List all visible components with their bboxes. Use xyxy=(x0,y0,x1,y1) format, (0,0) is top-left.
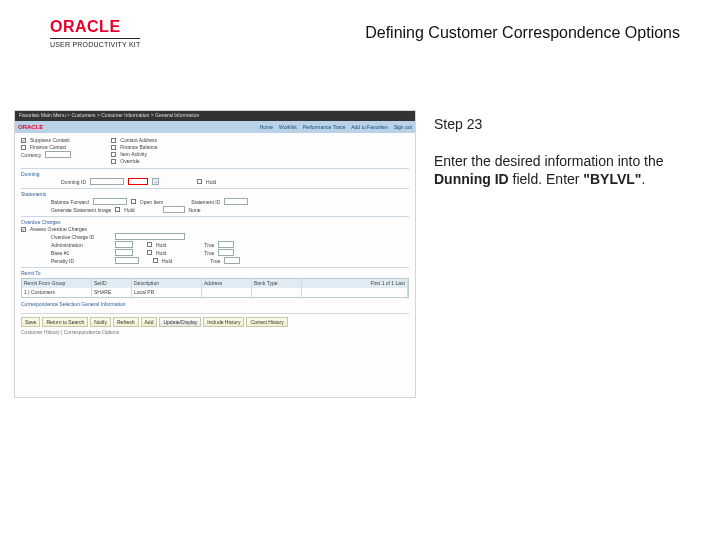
global-nav: ORACLE Home Worklist Performance Trace A… xyxy=(15,121,415,133)
nav-link[interactable]: Home xyxy=(260,124,273,130)
link-row[interactable]: Correspondence Selection General Informa… xyxy=(21,301,409,307)
text-input[interactable] xyxy=(115,249,133,256)
save-button[interactable]: Save xyxy=(21,317,40,327)
logo-subtext: USER PRODUCTIVITY KIT xyxy=(50,38,140,48)
text-input[interactable] xyxy=(163,206,185,213)
return-button[interactable]: Return to Search xyxy=(42,317,88,327)
update-display-button[interactable]: Update/Display xyxy=(159,317,201,327)
currency-input[interactable] xyxy=(45,151,71,158)
text-input[interactable] xyxy=(115,241,133,248)
checkbox[interactable] xyxy=(21,145,26,150)
nav-link[interactable]: Add to Favorites xyxy=(351,124,387,130)
lookup-icon[interactable]: ⌄ xyxy=(152,178,159,185)
checkbox[interactable] xyxy=(111,145,116,150)
add-button[interactable]: Add xyxy=(141,317,158,327)
refresh-button[interactable]: Refresh xyxy=(113,317,139,327)
step-label: Step 23 xyxy=(434,116,694,132)
nav-link[interactable]: Performance Trace xyxy=(303,124,346,130)
logo-text: ORACLE xyxy=(50,18,140,36)
page-title: Defining Customer Correspondence Options xyxy=(365,24,680,42)
checkbox[interactable] xyxy=(115,207,120,212)
text-input[interactable] xyxy=(224,198,248,205)
button-bar: Save Return to Search Notify Refresh Add… xyxy=(21,313,409,327)
dunning-id-select[interactable] xyxy=(90,178,124,185)
checkbox[interactable] xyxy=(21,227,26,232)
currency-row: Currency xyxy=(21,151,71,158)
checkbox[interactable] xyxy=(21,138,26,143)
select-input[interactable] xyxy=(115,233,185,240)
app-screenshot: Favorites Main Menu > Customers > Custom… xyxy=(14,110,416,398)
checkbox-row: Finance Contact xyxy=(21,144,71,150)
text-input[interactable] xyxy=(218,241,234,248)
text-input[interactable] xyxy=(115,257,139,264)
remit-table: Remit From Group SetID Description Addre… xyxy=(21,278,409,298)
dunning-id-label: Dunning ID xyxy=(61,179,86,185)
oracle-logo: ORACLE USER PRODUCTIVITY KIT xyxy=(50,18,140,48)
footer-links[interactable]: Customer History | Correspondence Option… xyxy=(21,329,409,335)
section-dunning: Dunning xyxy=(21,168,409,177)
instruction-text: Enter the desired information into the D… xyxy=(434,152,694,188)
checkbox[interactable] xyxy=(111,152,116,157)
section-statements: Statements xyxy=(21,188,409,197)
notify-button[interactable]: Notify xyxy=(90,317,111,327)
nav-link[interactable]: Sign out xyxy=(394,124,412,130)
correct-history-button[interactable]: Correct History xyxy=(246,317,287,327)
app-brand: ORACLE xyxy=(18,124,43,130)
section-overdue: Overdue Charges xyxy=(21,216,409,225)
checkbox[interactable] xyxy=(131,199,136,204)
nav-link[interactable]: Worklist xyxy=(279,124,297,130)
text-input[interactable] xyxy=(218,249,234,256)
include-history-button[interactable]: Include History xyxy=(203,317,244,327)
select-input[interactable] xyxy=(93,198,127,205)
breadcrumb: Favorites Main Menu > Customers > Custom… xyxy=(15,111,415,121)
dunning-id-field[interactable] xyxy=(128,178,148,185)
checkbox[interactable] xyxy=(197,179,202,184)
checkbox-row: Suppress Contact xyxy=(21,137,71,143)
text-input[interactable] xyxy=(224,257,240,264)
checkbox[interactable] xyxy=(111,159,116,164)
checkbox[interactable] xyxy=(111,138,116,143)
section-remit: Remit To xyxy=(21,267,409,276)
